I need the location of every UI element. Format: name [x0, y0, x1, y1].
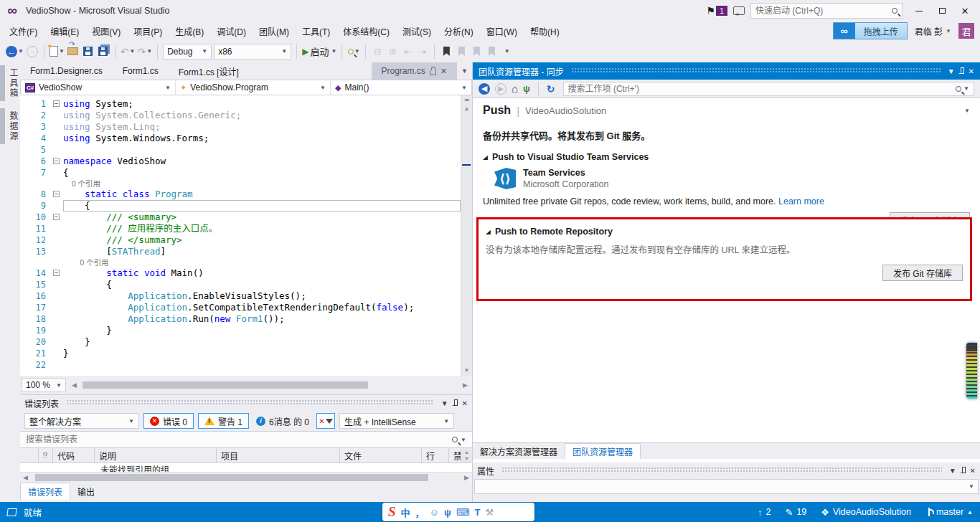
fold-margin[interactable]: − [53, 267, 63, 279]
menu-project[interactable]: 项目(P) [127, 22, 169, 40]
scroll-up-icon[interactable]: ▲ [464, 104, 470, 114]
save-button[interactable] [82, 44, 95, 59]
collapse-region-icon[interactable]: − [53, 100, 60, 107]
scroll-down-icon[interactable]: ▼ [464, 366, 470, 376]
code-line[interactable]: 13 [STAThread] [20, 246, 461, 257]
tab-form1-design[interactable]: Form1.cs [设计] [169, 62, 249, 80]
code-line[interactable]: 20 } [20, 336, 461, 348]
search-options-icon[interactable]: ▼ [963, 85, 969, 92]
zoom-dropdown[interactable]: 100 %▼ [22, 378, 66, 392]
code-text[interactable]: 0 个引用 [63, 257, 461, 267]
close-tab-icon[interactable]: ✕ [440, 67, 447, 76]
code-text[interactable]: { [63, 279, 461, 290]
code-line[interactable]: 21} [20, 348, 461, 359]
quick-launch-box[interactable] [750, 3, 903, 19]
properties-title-bar[interactable]: 属性 ▼ ✕ [473, 462, 980, 478]
table-vertical-scrollbar[interactable]: ▲▼ [461, 448, 472, 462]
scroll-left-icon[interactable]: ◀ [69, 381, 80, 389]
menu-tools[interactable]: 工具(T) [296, 22, 336, 40]
team-explorer-dock-tab[interactable]: 团队资源管理器 [565, 443, 641, 459]
start-debug-button[interactable]: ▶ 启动 ▼ [302, 44, 336, 59]
window-position-icon[interactable]: ▼ [441, 399, 448, 407]
branch-indicator[interactable]: master ▲ [925, 507, 973, 517]
collapse-icon[interactable]: ◢ [486, 229, 491, 235]
code-line[interactable]: 7{ [20, 167, 461, 179]
code-text[interactable] [63, 144, 461, 156]
find-in-files-button[interactable]: ▼ [347, 44, 360, 59]
code-line[interactable]: 22 [20, 359, 461, 371]
scope-dropdown[interactable]: 整个解决方案▼ [24, 413, 139, 429]
restore-button[interactable] [931, 3, 953, 19]
uncomment-button[interactable]: ⊞ [386, 44, 399, 59]
code-text[interactable]: static class Program [63, 189, 461, 200]
incoming-commits-indicator[interactable]: ↑ 2 [758, 507, 771, 518]
close-icon[interactable]: ✕ [462, 399, 468, 407]
pin-icon[interactable] [961, 467, 966, 475]
repository-indicator[interactable]: ❖ VideoAudioSolution [821, 507, 911, 518]
connect-icon[interactable]: ψ [523, 83, 530, 94]
toolbox-tab[interactable]: 工具箱 [0, 65, 20, 101]
page-switch-dropdown-icon[interactable]: ▼ [964, 108, 970, 114]
warnings-filter-button[interactable]: 警告 1 [198, 413, 249, 429]
fold-margin[interactable]: − [53, 98, 63, 110]
menu-help[interactable]: 帮助(H) [524, 22, 566, 40]
codelens-row[interactable]: 0 个引用 [20, 179, 461, 189]
menu-team[interactable]: 团队(M) [253, 22, 296, 40]
properties-object-dropdown[interactable]: ▼ [474, 479, 979, 494]
code-text[interactable] [63, 359, 461, 371]
error-list-title-bar[interactable]: 错误列表 ▼ ✕ [20, 395, 472, 411]
quick-launch-input[interactable] [755, 6, 892, 16]
solution-explorer-dock-tab[interactable]: 解决方案资源管理器 [473, 443, 565, 459]
column-description[interactable]: 说明 [95, 448, 217, 462]
column-code[interactable]: 代码 [53, 448, 95, 462]
feedback-icon[interactable] [733, 6, 745, 15]
menu-file[interactable]: 文件(F) [3, 22, 44, 40]
collapse-region-icon[interactable]: − [53, 158, 60, 164]
code-line[interactable]: 11 /// 应用程序的主入口点。 [20, 223, 461, 234]
collapse-region-icon[interactable]: − [53, 214, 60, 220]
code-line[interactable]: 14− static void Main() [20, 267, 461, 279]
search-options-icon[interactable]: ▼ [461, 437, 466, 443]
editor-vertical-scrollbar[interactable]: ⚌ ▲ ▼ [461, 95, 472, 376]
type-dropdown[interactable]: ✦ VedioShow.Program▼ [176, 80, 331, 95]
new-file-button[interactable]: ▼ [50, 44, 65, 59]
forward-button[interactable]: ▶ [495, 83, 507, 95]
code-text[interactable]: { [63, 200, 461, 212]
publish-git-repo-remote-button[interactable]: 发布 Git 存储库 [882, 265, 963, 281]
error-list-dock-tab[interactable]: 错误列表 [20, 483, 70, 500]
code-line[interactable]: 2using System.Collections.Generic; [20, 110, 461, 121]
code-line[interactable]: 4using System.Windows.Forms; [20, 133, 461, 144]
tab-list-dropdown-icon[interactable]: ▼ [461, 67, 468, 75]
screenshot-tool-color-palette[interactable] [966, 343, 977, 399]
code-line[interactable]: 18 Application.Run(new Form1()); [20, 313, 461, 325]
menu-test[interactable]: 测试(S) [396, 22, 438, 40]
work-item-search-input[interactable] [568, 84, 956, 94]
code-text[interactable]: [STAThread] [63, 246, 461, 257]
undo-button[interactable]: ↶▼ [121, 44, 136, 59]
minimize-button[interactable] [908, 3, 930, 19]
menu-architecture[interactable]: 体系结构(C) [336, 22, 396, 40]
scroll-right-icon[interactable]: ▶ [461, 474, 472, 481]
menu-window[interactable]: 窗口(W) [480, 22, 524, 40]
clear-filter-button[interactable]: ✕ [316, 413, 335, 429]
code-line[interactable]: 10− /// <summary> [20, 212, 461, 223]
toggle-bookmark-button[interactable] [440, 44, 453, 59]
team-explorer-title-bar[interactable]: 团队资源管理器 - 同步 ▼ ✕ [473, 62, 980, 80]
column-line[interactable]: 行 [422, 448, 449, 462]
decrease-indent-button[interactable]: ⇤ [401, 44, 414, 59]
open-file-button[interactable] [67, 44, 80, 59]
code-text[interactable]: using System.Collections.Generic; [63, 110, 461, 121]
menu-analyze[interactable]: 分析(N) [438, 22, 480, 40]
ime-keyboard-icon[interactable]: ⌨ [456, 507, 470, 518]
platform-dropdown[interactable]: x86▼ [214, 44, 291, 60]
code-line[interactable]: 15 { [20, 279, 461, 290]
team-services-section-header[interactable]: ◢ Push to Visual Studio Team Services [483, 152, 970, 162]
data-sources-tab[interactable]: 数据源 [0, 108, 20, 144]
code-line[interactable]: 19 } [20, 325, 461, 336]
column-file[interactable]: 文件 [340, 448, 422, 462]
project-dropdown[interactable]: C# VedioShow▼ [21, 80, 176, 95]
code-text[interactable]: /// </summary> [63, 234, 461, 246]
code-text[interactable]: namespace VedioShow [63, 156, 461, 167]
ime-mic-icon[interactable]: ψ [444, 507, 451, 518]
ime-toolbox-icon[interactable]: ⚒ [485, 507, 494, 518]
